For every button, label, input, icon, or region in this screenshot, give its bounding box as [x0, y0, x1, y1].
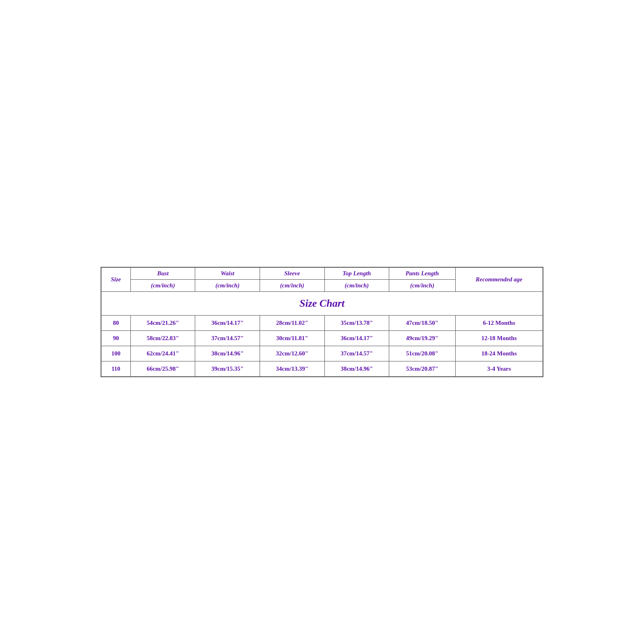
top-length-cell: 35cm/13.78"	[324, 316, 389, 331]
table-row: 8054cm/21.26"36cm/14.17"28cm/11.02"35cm/…	[101, 316, 543, 331]
top-length-cell: 36cm/14.17"	[324, 331, 389, 346]
waist-unit: (cm/inch)	[195, 280, 260, 292]
age-cell: 12-18 Months	[455, 331, 543, 346]
sleeve-cell: 34cm/13.39"	[260, 361, 324, 377]
waist-cell: 36cm/14.17"	[195, 316, 260, 331]
age-cell: 6-12 Months	[455, 316, 543, 331]
size-chart-table: Size Chart Size Bust Waist Sleeve Top Le…	[101, 267, 543, 377]
table-row: 9058cm/22.83"37cm/14.57"30cm/11.81"36cm/…	[101, 331, 543, 346]
top-length-unit: (cm/inch)	[324, 280, 389, 292]
bust-cell: 66cm/25.98"	[130, 361, 195, 377]
bust-header: Bust	[130, 268, 195, 280]
sleeve-header: Sleeve	[260, 268, 324, 280]
size-cell: 80	[101, 316, 131, 331]
sleeve-cell: 32cm/12.60"	[260, 346, 324, 361]
pants-length-cell: 47cm/18.50"	[389, 316, 456, 331]
waist-header: Waist	[195, 268, 260, 280]
pants-length-cell: 53cm/20.87"	[389, 361, 456, 377]
sleeve-unit: (cm/inch)	[260, 280, 324, 292]
recommended-age-header: Recommended age	[455, 268, 543, 292]
pants-length-unit: (cm/inch)	[389, 280, 456, 292]
pants-length-cell: 49cm/19.29"	[389, 331, 456, 346]
age-cell: 18-24 Months	[455, 346, 543, 361]
size-cell: 90	[101, 331, 131, 346]
table-row: 11066cm/25.98"39cm/15.35"34cm/13.39"38cm…	[101, 361, 543, 377]
waist-cell: 38cm/14.96"	[195, 346, 260, 361]
top-length-cell: 38cm/14.96"	[324, 361, 389, 377]
bust-cell: 62cm/24.41"	[130, 346, 195, 361]
table-body: 8054cm/21.26"36cm/14.17"28cm/11.02"35cm/…	[101, 316, 543, 377]
header-row-labels: Size Bust Waist Sleeve Top Length Pants …	[101, 268, 543, 280]
sleeve-cell: 30cm/11.81"	[260, 331, 324, 346]
table-title: Size Chart	[101, 292, 543, 316]
age-cell: 3-4 Years	[455, 361, 543, 377]
top-length-cell: 37cm/14.57"	[324, 346, 389, 361]
size-cell: 110	[101, 361, 131, 377]
title-row: Size Chart	[101, 292, 543, 316]
table-row: 10062cm/24.41"38cm/14.96"32cm/12.60"37cm…	[101, 346, 543, 361]
size-cell: 100	[101, 346, 131, 361]
bust-cell: 58cm/22.83"	[130, 331, 195, 346]
waist-cell: 37cm/14.57"	[195, 331, 260, 346]
pants-length-header: Pants Length	[389, 268, 456, 280]
sleeve-cell: 28cm/11.02"	[260, 316, 324, 331]
waist-cell: 39cm/15.35"	[195, 361, 260, 377]
pants-length-cell: 51cm/20.08"	[389, 346, 456, 361]
top-length-header: Top Length	[324, 268, 389, 280]
bust-cell: 54cm/21.26"	[130, 316, 195, 331]
size-chart-container: Size Chart Size Bust Waist Sleeve Top Le…	[101, 267, 543, 377]
size-header: Size	[101, 268, 131, 292]
bust-unit: (cm/inch)	[130, 280, 195, 292]
